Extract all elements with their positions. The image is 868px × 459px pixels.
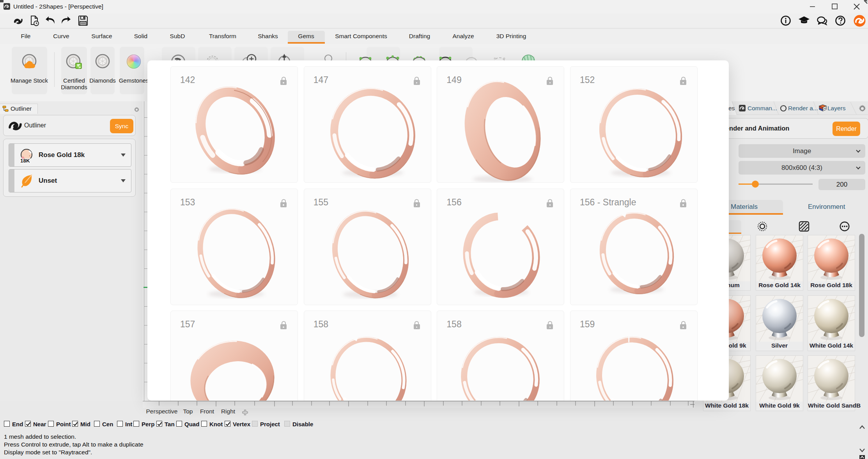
svg-text:18K: 18K <box>20 158 30 164</box>
